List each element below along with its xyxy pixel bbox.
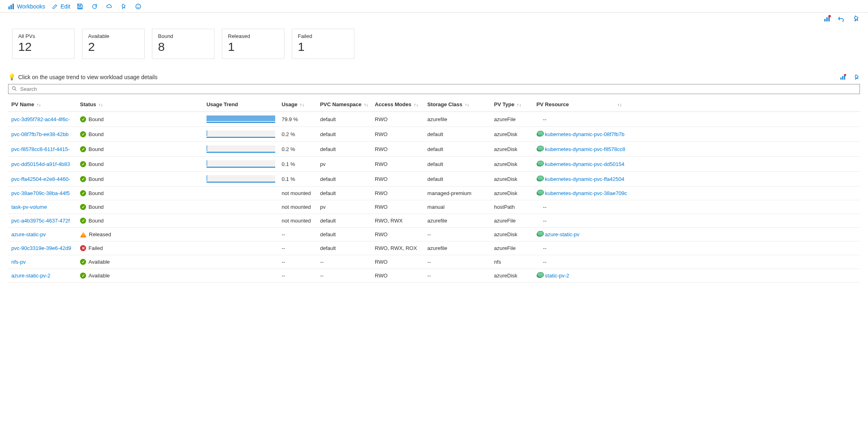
col-pv-name[interactable]: PV Name↑↓: [8, 97, 77, 112]
disk-icon: [537, 162, 543, 166]
status-text: Released: [89, 231, 111, 237]
svg-rect-0: [8, 6, 10, 9]
undo-icon[interactable]: [838, 15, 845, 22]
sort-icon: ↑↓: [414, 102, 418, 107]
pv-name-link[interactable]: pvc-a4b3975c-4637-472f: [11, 218, 70, 224]
pv-resource-cell: static-pv-2: [537, 273, 857, 279]
pin-icon[interactable]: [853, 74, 860, 80]
table-row: azure-static-pv-2✓Available----RWO--azur…: [8, 269, 860, 283]
pv-name-link[interactable]: azure-static-pv-2: [11, 273, 51, 279]
data-icon[interactable]: [824, 15, 831, 22]
card-available[interactable]: Available 2: [82, 29, 145, 59]
pv-type-value: azureFile: [491, 214, 533, 228]
usage-trend-bar[interactable]: [206, 145, 275, 153]
pvc-namespace-value: default: [317, 112, 372, 127]
pv-name-link[interactable]: pvc-ffa42504-e2e8-4460-: [11, 176, 70, 182]
card-released[interactable]: Released 1: [222, 29, 284, 59]
pv-name-link[interactable]: pvc-38ae709c-38ba-44f5: [11, 190, 70, 196]
refresh-icon[interactable]: [91, 3, 98, 10]
col-usage-trend[interactable]: Usage Trend: [203, 97, 278, 112]
check-circle-icon: ✓: [80, 218, 86, 224]
search-input[interactable]: [19, 86, 856, 92]
col-storage-class[interactable]: Storage Class↑↓: [424, 97, 491, 112]
pv-resource-cell: kubernetes-dynamic-pvc-f8578cc8: [537, 146, 857, 152]
search-box[interactable]: [8, 84, 860, 94]
storage-class-value: --: [424, 228, 491, 241]
workbooks-label: Workbooks: [17, 3, 45, 10]
data-icon[interactable]: [840, 74, 846, 80]
svg-point-3: [136, 4, 141, 9]
secondary-toolbar: [0, 13, 868, 22]
access-modes-value: RWO, RWX: [372, 214, 424, 228]
smiley-icon[interactable]: [135, 3, 141, 10]
svg-rect-11: [842, 76, 843, 80]
pv-name-link[interactable]: pvc-dd50154d-a91f-4b83: [11, 161, 70, 167]
check-circle-icon: ✓: [80, 146, 86, 152]
pv-type-value: azureDisk: [491, 269, 533, 283]
svg-rect-1: [11, 5, 12, 9]
col-access-modes[interactable]: Access Modes↑↓: [372, 97, 424, 112]
pv-resource-link[interactable]: static-pv-2: [545, 273, 569, 279]
storage-class-value: --: [424, 255, 491, 269]
usage-trend-bar[interactable]: [206, 160, 275, 168]
usage-trend-bar[interactable]: [206, 130, 275, 138]
pv-name-link[interactable]: azure-static-pv: [11, 231, 46, 237]
card-bound[interactable]: Bound 8: [152, 29, 215, 59]
save-icon[interactable]: [77, 3, 83, 10]
summary-cards: All PVs 12 Available 2 Bound 8 Released …: [0, 22, 868, 64]
card-label: Released: [228, 33, 278, 39]
col-pvc-namespace[interactable]: PVC Namespace↑↓: [317, 97, 372, 112]
bar-chart-icon: [8, 3, 15, 10]
pin-icon[interactable]: [853, 15, 860, 22]
svg-point-4: [137, 6, 138, 6]
table-row: pvc-dd50154d-a91f-4b83✓Bound0.1 %pvRWOde…: [8, 157, 860, 172]
warning-icon: [80, 232, 86, 237]
usage-value: --: [278, 255, 317, 269]
status-text: Bound: [88, 116, 104, 122]
col-pv-resource[interactable]: PV Resource↑↓: [533, 97, 860, 112]
check-circle-icon: ✓: [80, 131, 86, 137]
table-row: pvc-ffa42504-e2e8-4460-✓Bound0.1 %defaul…: [8, 172, 860, 187]
pv-name-link[interactable]: pvc-3d95f782-ac44-4f6c-: [11, 116, 70, 122]
col-pv-type[interactable]: PV Type↑↓: [491, 97, 533, 112]
pv-name-link[interactable]: task-pv-volume: [11, 204, 47, 210]
status-text: Bound: [88, 176, 104, 182]
pv-resource-link[interactable]: kubernetes-dynamic-pvc-38ae709c: [545, 190, 627, 196]
pv-type-value: azureDisk: [491, 127, 533, 142]
card-value: 1: [228, 40, 278, 54]
pv-resource-link[interactable]: kubernetes-dynamic-pvc-08f7fb7b: [545, 131, 625, 137]
pv-type-value: nfs: [491, 255, 533, 269]
card-all-pvs[interactable]: All PVs 12: [12, 29, 75, 59]
pv-type-value: azureFile: [491, 112, 533, 127]
svg-point-9: [828, 15, 831, 17]
pv-name-link[interactable]: pvc-90c3319e-39e6-42d9: [11, 245, 71, 251]
pv-type-value: azureDisk: [491, 172, 533, 187]
card-failed[interactable]: Failed 1: [292, 29, 354, 59]
usage-trend-bar[interactable]: [206, 115, 275, 123]
sort-icon: ↑↓: [300, 102, 304, 107]
pv-name-link[interactable]: pvc-f8578cc8-611f-4415-: [11, 146, 70, 152]
usage-trend-bar[interactable]: [206, 175, 275, 183]
cloud-icon[interactable]: [106, 3, 112, 10]
col-status[interactable]: Status↑↓: [77, 97, 203, 112]
pv-name-link[interactable]: nfs-pv: [11, 259, 25, 265]
pv-resource-link[interactable]: kubernetes-dynamic-pvc-dd50154: [545, 161, 625, 167]
pv-resource-link[interactable]: azure-static-pv: [545, 231, 579, 237]
pv-name-link[interactable]: pvc-08f7fb7b-ee38-42bb: [11, 131, 69, 137]
edit-button[interactable]: Edit: [52, 3, 70, 10]
usage-value: --: [278, 228, 317, 241]
table-row: pvc-a4b3975c-4637-472f✓Boundnot mountedd…: [8, 214, 860, 228]
pv-resource-value: --: [533, 241, 860, 255]
pvc-namespace-value: default: [317, 187, 372, 200]
access-modes-value: RWO: [372, 269, 424, 283]
pv-resource-link[interactable]: kubernetes-dynamic-pvc-ffa42504: [545, 176, 624, 182]
sort-icon: ↑↓: [617, 102, 622, 107]
pin-icon[interactable]: [120, 3, 127, 10]
pvc-namespace-value: --: [317, 269, 372, 283]
usage-value: not mounted: [278, 187, 317, 200]
pv-resource-link[interactable]: kubernetes-dynamic-pvc-f8578cc8: [545, 146, 626, 152]
col-usage[interactable]: Usage↑↓: [278, 97, 317, 112]
status-cell: ✓Bound: [80, 161, 200, 167]
storage-class-value: default: [424, 142, 491, 157]
workbooks-button[interactable]: Workbooks: [8, 3, 45, 10]
